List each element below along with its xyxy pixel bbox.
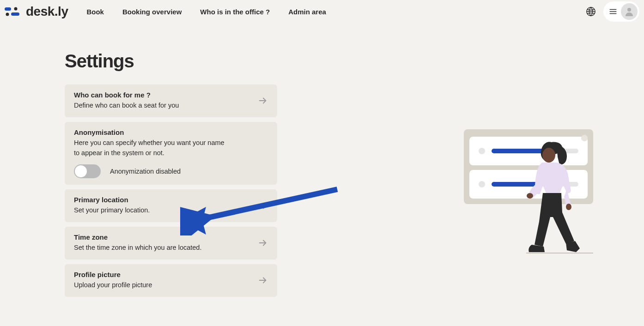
svg-point-15 xyxy=(566,204,571,210)
toggle-knob xyxy=(75,165,87,177)
nav-who-is-in-office[interactable]: Who is in the office ? xyxy=(200,8,270,16)
page-title: Settings xyxy=(65,51,277,72)
arrow-right-icon xyxy=(258,275,268,285)
card-content: Primary location Set your primary locati… xyxy=(74,196,258,216)
card-title: Primary location xyxy=(74,196,258,204)
svg-point-1 xyxy=(14,7,18,11)
card-content: Profile picture Upload your profile pict… xyxy=(74,271,258,290)
dot-icon xyxy=(479,148,485,154)
card-desc: Set the time zone in which you are locat… xyxy=(74,243,226,253)
app-header: desk.ly Book Booking overview Who is in … xyxy=(0,0,644,23)
card-desc: Upload your profile picture xyxy=(74,280,226,290)
avatar xyxy=(621,3,638,20)
svg-point-13 xyxy=(542,148,555,163)
main-nav: Book Booking overview Who is in the offi… xyxy=(86,8,326,16)
arrow-right-icon xyxy=(258,201,268,211)
card-title: Anonymisation xyxy=(74,128,268,136)
arrow-right-icon xyxy=(258,238,268,248)
svg-point-2 xyxy=(6,13,9,16)
setting-time-zone[interactable]: Time zone Set the time zone in which you… xyxy=(65,227,277,260)
setting-anonymisation: Anonymisation Here you can specify wheth… xyxy=(65,122,277,185)
nav-admin-area[interactable]: Admin area xyxy=(288,8,326,16)
card-title: Who can book for me ? xyxy=(74,91,258,99)
anonymization-toggle[interactable] xyxy=(74,164,101,178)
header-actions xyxy=(586,1,639,22)
card-content: Anonymisation Here you can specify wheth… xyxy=(74,128,268,179)
setting-who-can-book[interactable]: Who can book for me ? Define who can boo… xyxy=(65,85,277,117)
brand-name: desk.ly xyxy=(26,4,68,19)
brand-logo[interactable]: desk.ly xyxy=(5,4,68,19)
logo-mark-icon xyxy=(5,6,23,17)
setting-profile-picture[interactable]: Profile picture Upload your profile pict… xyxy=(65,264,277,297)
user-icon xyxy=(624,6,635,17)
card-desc: Define who can book a seat for you xyxy=(74,101,226,111)
svg-rect-3 xyxy=(11,12,19,16)
card-desc: Here you can specify whether you want yo… xyxy=(74,138,226,158)
card-content: Time zone Set the time zone in which you… xyxy=(74,233,258,253)
settings-column: Settings Who can book for me ? Define wh… xyxy=(65,51,277,302)
language-button[interactable] xyxy=(586,6,596,17)
person-illustration xyxy=(526,139,593,259)
setting-primary-location[interactable]: Primary location Set your primary locati… xyxy=(65,189,277,222)
dot-icon xyxy=(479,181,485,187)
svg-point-8 xyxy=(627,8,631,12)
svg-point-14 xyxy=(527,193,533,199)
hamburger-icon xyxy=(609,7,617,16)
toggle-label: Anonymization disabled xyxy=(110,168,181,175)
toggle-row: Anonymization disabled xyxy=(74,164,268,178)
nav-booking-overview[interactable]: Booking overview xyxy=(122,8,182,16)
card-title: Profile picture xyxy=(74,271,258,278)
card-desc: Set your primary location. xyxy=(74,205,226,216)
arrow-right-icon xyxy=(258,96,268,106)
globe-icon xyxy=(586,6,596,17)
user-menu-button[interactable] xyxy=(603,1,639,22)
nav-book[interactable]: Book xyxy=(86,8,104,16)
svg-rect-0 xyxy=(5,7,11,11)
card-content: Who can book for me ? Define who can boo… xyxy=(74,91,258,111)
card-title: Time zone xyxy=(74,233,258,241)
